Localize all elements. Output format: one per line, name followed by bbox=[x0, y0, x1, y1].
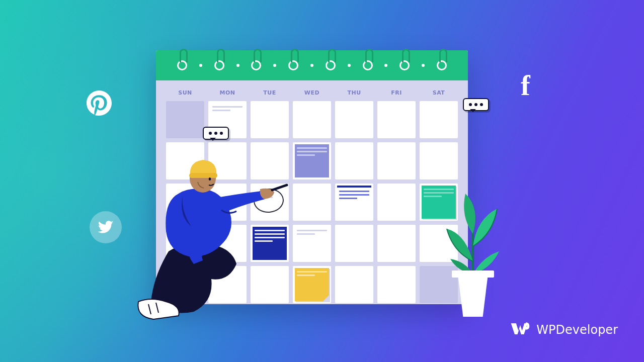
calendar-cell bbox=[293, 184, 331, 221]
day-fri: FRI bbox=[377, 89, 416, 96]
day-thu: THU bbox=[335, 89, 373, 96]
day-mon: MON bbox=[208, 89, 247, 96]
day-tue: TUE bbox=[251, 89, 289, 96]
calendar-cell bbox=[335, 142, 373, 179]
person-illustration bbox=[123, 151, 294, 327]
calendar-cell bbox=[377, 101, 416, 138]
brand-mark-icon bbox=[509, 318, 531, 342]
svg-rect-2 bbox=[189, 173, 217, 178]
calendar-cell bbox=[420, 142, 458, 179]
brand-logo: WPDeveloper bbox=[509, 318, 618, 342]
svg-line-0 bbox=[272, 185, 287, 190]
calendar-cell bbox=[377, 266, 416, 303]
svg-point-3 bbox=[209, 177, 211, 180]
calendar-day-headers: SUN MON TUE WED THU FRI SAT bbox=[156, 80, 468, 101]
calendar-cell bbox=[251, 101, 289, 138]
calendar-cell bbox=[377, 142, 416, 179]
facebook-icon: f bbox=[521, 69, 530, 102]
calendar-cell bbox=[293, 142, 331, 179]
calendar-cell bbox=[293, 225, 331, 262]
calendar-cell bbox=[420, 101, 458, 138]
pinterest-icon bbox=[87, 90, 112, 116]
calendar-cell bbox=[377, 225, 416, 262]
calendar-cell bbox=[293, 266, 331, 303]
calendar-cell bbox=[335, 266, 373, 303]
plant-illustration bbox=[438, 186, 508, 317]
calendar-cell bbox=[335, 101, 373, 138]
brand-name: WPDeveloper bbox=[536, 323, 618, 337]
calendar-binding bbox=[156, 50, 468, 80]
speech-bubble-icon bbox=[203, 127, 229, 140]
day-sat: SAT bbox=[420, 89, 458, 96]
day-wed: WED bbox=[293, 89, 331, 96]
speech-bubble-icon bbox=[463, 98, 489, 111]
day-sun: SUN bbox=[166, 89, 204, 96]
calendar-cell bbox=[377, 184, 416, 221]
calendar-cell bbox=[335, 225, 373, 262]
calendar-cell bbox=[166, 101, 204, 138]
twitter-icon bbox=[90, 211, 122, 243]
calendar-cell bbox=[335, 184, 373, 221]
calendar-cell bbox=[293, 101, 331, 138]
